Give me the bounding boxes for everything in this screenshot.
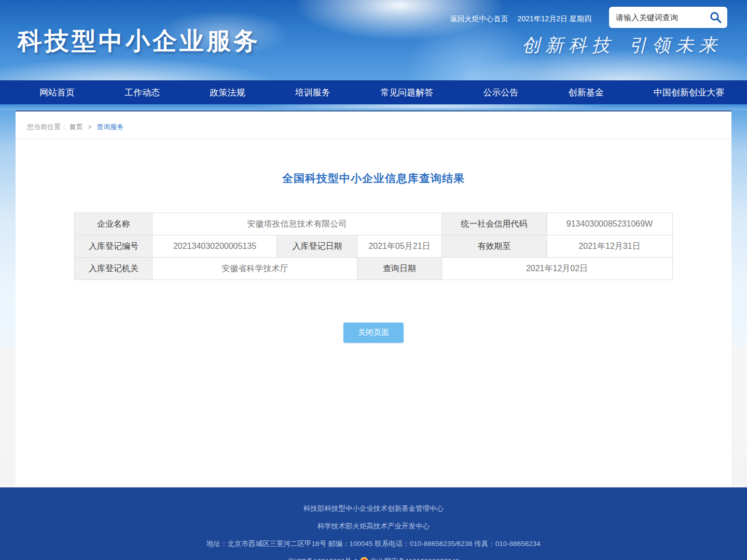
main-nav: 网站首页 工作动态 政策法规 培训服务 常见问题解答 公示公告 创新基金 中国创… xyxy=(0,80,747,104)
valid-until-value: 2021年12月31日 xyxy=(547,235,672,258)
search-box xyxy=(609,7,727,28)
valid-until-label: 有效期至 xyxy=(441,235,547,258)
nav-item-innovation-fund[interactable]: 创新基金 xyxy=(565,87,607,99)
sky-strip xyxy=(0,104,747,110)
site-slogan: 创新科技引领未来 xyxy=(522,33,722,58)
icp-record-link[interactable]: 京ICP备13019302号-1 xyxy=(288,557,358,560)
search-icon[interactable] xyxy=(709,11,722,24)
registration-date-value: 2021年05月21日 xyxy=(357,235,441,258)
footer-org-line2: 科学技术部火炬高技术产业开发中心 xyxy=(0,522,747,531)
close-page-button[interactable]: 关闭页面 xyxy=(343,323,404,343)
footer-icp-row: 京ICP备13019302号-1 京公网安备11010202007048 xyxy=(0,557,747,560)
registration-org-label: 入库登记机关 xyxy=(75,258,153,280)
breadcrumb-home-link[interactable]: 首页 xyxy=(70,123,83,131)
credit-code-value: 91340300085231069W xyxy=(547,213,672,235)
table-row: 入库登记编号 202134030200005135 入库登记日期 2021年05… xyxy=(75,235,672,258)
nav-item-training[interactable]: 培训服务 xyxy=(292,87,334,99)
cloud-decoration xyxy=(0,57,280,80)
registration-org-value: 安徽省科学技术厅 xyxy=(153,258,357,280)
content-background: 您当前位置： 首页 > 查询服务 全国科技型中小企业信息库查询结果 企业名称 安… xyxy=(0,110,747,487)
company-name-label: 企业名称 xyxy=(75,213,153,235)
table-row: 入库登记机关 安徽省科学技术厅 查询日期 2021年12月02日 xyxy=(75,258,672,280)
nav-item-work-news[interactable]: 工作动态 xyxy=(121,87,163,99)
query-date-label: 查询日期 xyxy=(357,258,441,280)
page-title: 全国科技型中小企业信息库查询结果 xyxy=(16,171,731,186)
credit-code-label: 统一社会信用代码 xyxy=(441,213,547,235)
card-lower-blank xyxy=(16,351,731,486)
nav-item-announcements[interactable]: 公示公告 xyxy=(480,87,521,99)
registration-date-label: 入库登记日期 xyxy=(277,235,357,258)
result-card: 您当前位置： 首页 > 查询服务 全国科技型中小企业信息库查询结果 企业名称 安… xyxy=(16,110,731,351)
nav-item-faq[interactable]: 常见问题解答 xyxy=(377,87,436,99)
table-row: 企业名称 安徽塔孜信息技术有限公司 统一社会信用代码 9134030008523… xyxy=(75,213,672,235)
breadcrumb-prefix: 您当前位置： xyxy=(27,123,67,131)
public-security-badge-icon xyxy=(360,557,368,560)
breadcrumb-current-link[interactable]: 查询服务 xyxy=(96,123,123,131)
breadcrumb-separator: > xyxy=(88,123,92,131)
registration-no-label: 入库登记编号 xyxy=(75,235,153,258)
current-date: 2021年12月2日 星期四 xyxy=(518,15,591,24)
public-security-record-link[interactable]: 京公网安备11010202007048 xyxy=(370,557,460,560)
slogan-part1: 创新科技 xyxy=(522,35,615,55)
torch-center-home-link[interactable]: 返回火炬中心首页 xyxy=(450,15,508,24)
header-top-links: 返回火炬中心首页 2021年12月2日 星期四 xyxy=(450,15,591,24)
nav-item-home[interactable]: 网站首页 xyxy=(36,87,78,99)
site-footer: 科技部科技型中小企业技术创新基金管理中心 科学技术部火炬高技术产业开发中心 地址… xyxy=(0,487,747,560)
breadcrumb: 您当前位置： 首页 > 查询服务 xyxy=(16,111,731,139)
site-logo: 科技型中小企业服务 xyxy=(18,25,260,58)
registration-no-value: 202134030200005135 xyxy=(153,235,277,258)
footer-contact-line: 地址：北京市西城区三里河二区甲18号 邮编：100045 联系电话：010-88… xyxy=(0,539,747,549)
nav-item-competition[interactable]: 中国创新创业大赛 xyxy=(651,87,727,99)
nav-item-policies[interactable]: 政策法规 xyxy=(207,87,248,99)
company-name-value: 安徽塔孜信息技术有限公司 xyxy=(153,213,441,235)
site-header: 科技型中小企业服务 创新科技引领未来 返回火炬中心首页 2021年12月2日 星… xyxy=(0,0,747,80)
query-date-value: 2021年12月02日 xyxy=(441,258,672,280)
footer-org-line1: 科技部科技型中小企业技术创新基金管理中心 xyxy=(0,504,747,513)
query-result-table: 企业名称 安徽塔孜信息技术有限公司 统一社会信用代码 9134030008523… xyxy=(74,213,672,280)
slogan-part2: 引领未来 xyxy=(629,35,722,55)
